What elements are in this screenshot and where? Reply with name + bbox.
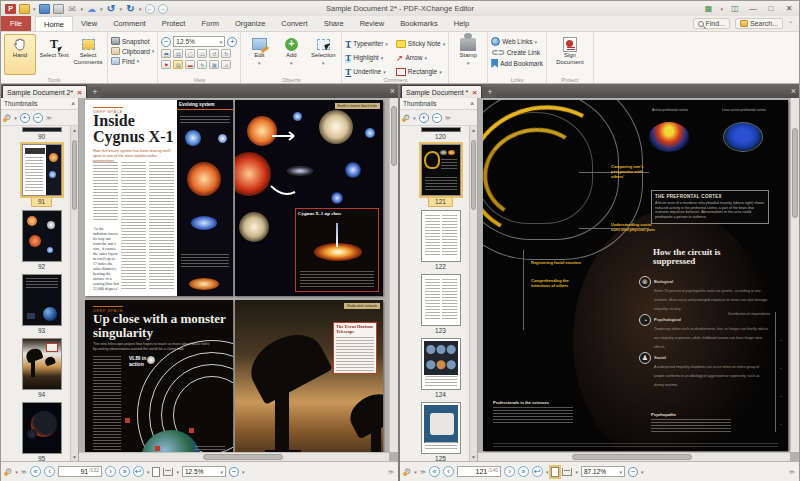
zoom-out-button[interactable]: − — [161, 37, 171, 47]
more-tools-icon[interactable]: ≫ — [445, 114, 451, 121]
undo-icon[interactable]: ↺ — [106, 4, 117, 14]
tab-bookmarks[interactable]: Bookmarks — [392, 16, 446, 31]
close-pane-icon[interactable]: × — [791, 86, 796, 96]
scroll-down-icon[interactable]: ▼ — [71, 453, 78, 461]
page-fit-icon[interactable]: ▢ — [185, 49, 195, 58]
close-pane-icon[interactable]: × — [390, 86, 395, 96]
thumbnail-page-92[interactable]: 92 — [7, 210, 76, 271]
zoom-dropdown-icon[interactable]: ▾ — [242, 469, 245, 475]
fit-width-icon[interactable] — [562, 468, 572, 476]
add-bookmark-button[interactable]: Add Bookmark — [491, 59, 543, 68]
fit-page-icon[interactable] — [551, 467, 559, 477]
right-document-view[interactable]: Active prefrontal cortex Less active pre… — [478, 98, 799, 461]
fit-dropdown-icon[interactable]: ▾ — [176, 469, 179, 475]
back-view-icon[interactable]: ← — [145, 4, 155, 14]
clipboard-button[interactable]: Clipboard▾ — [111, 47, 154, 55]
status-zoom-out-button[interactable]: − — [628, 467, 638, 477]
next-page-button[interactable]: › — [105, 466, 116, 477]
tab-organize[interactable]: Organize — [227, 16, 273, 31]
page-width-icon[interactable]: ▭ — [197, 49, 207, 58]
fit-dropdown-icon[interactable]: ▾ — [575, 469, 578, 475]
snapshot-button[interactable]: Snapshot — [111, 37, 154, 45]
forward-view-icon[interactable]: → — [158, 4, 168, 14]
thumbnail-page-121[interactable]: 121 — [406, 144, 475, 207]
search-button[interactable]: Search... — [735, 18, 783, 29]
scroll-up-icon[interactable]: ▲ — [470, 126, 477, 134]
prev-page-button[interactable]: ‹ — [443, 466, 454, 477]
zoom-dropdown-icon[interactable]: ▾ — [641, 469, 644, 475]
session-dropdown-icon[interactable]: ▾ — [720, 6, 723, 12]
left-thumbnails-scrollbar[interactable]: ▲ ▼ — [70, 126, 78, 461]
close-button[interactable]: ✕ — [783, 4, 795, 13]
status-zoom-out-button[interactable]: − — [229, 467, 239, 477]
next-page-button[interactable]: › — [504, 466, 515, 477]
arrange-windows-icon[interactable]: ◫ — [729, 4, 741, 13]
fit-width-icon[interactable] — [163, 468, 173, 476]
left-document-view[interactable]: Deep Space Inside Cygnus X-1 How this bi… — [79, 98, 398, 461]
bookmarks-panel-icon[interactable]: ⚑ — [161, 60, 171, 69]
status-options-dropdown[interactable]: ▾ — [15, 469, 18, 475]
sticky-note-button[interactable]: Sticky Note▾ — [396, 37, 445, 50]
tab-file[interactable]: File — [1, 16, 31, 31]
selection-button[interactable]: Selection▾ — [308, 34, 338, 75]
close-panel-icon[interactable]: × — [470, 100, 474, 107]
page-number-field[interactable]: 91/132 — [58, 466, 102, 477]
highlight-button[interactable]: THighlight▾ — [345, 51, 388, 64]
thumbnail-page-93[interactable]: 93 — [7, 274, 76, 335]
thumbnail-page-124[interactable]: 124 — [406, 338, 475, 399]
open-folder-icon[interactable] — [19, 4, 30, 14]
find-tool-button[interactable]: Find▾ — [111, 57, 154, 65]
expander-icon[interactable]: ≫ — [21, 468, 27, 475]
session-icon[interactable]: ▦ — [702, 4, 714, 13]
expander-right-icon[interactable]: ≫ — [388, 468, 394, 475]
tab-protect[interactable]: Protect — [154, 16, 194, 31]
thumbnails-options-icon[interactable]: ⚙ — [4, 113, 11, 122]
create-link-button[interactable]: ⊂⊃Create Link — [491, 48, 543, 57]
find-button[interactable]: Find... — [693, 18, 730, 29]
comments-panel-icon[interactable]: ▬ — [185, 60, 195, 69]
options-dropdown-icon[interactable]: ▾ — [413, 115, 416, 121]
expander-icon[interactable]: ≫ — [420, 468, 426, 475]
page-number-field[interactable]: 121/140 — [457, 466, 501, 477]
thumbnail-page-91[interactable]: 91 — [7, 144, 76, 207]
fields-panel-icon[interactable]: ▦ — [209, 60, 219, 69]
thumbnails-options-icon[interactable]: ⚙ — [403, 113, 410, 122]
thumbnail-page-125[interactable]: 125 — [406, 402, 475, 461]
previous-view-button[interactable]: ↩ — [133, 466, 144, 477]
tab-review[interactable]: Review — [352, 16, 393, 31]
cloud-icon[interactable]: ☁ — [86, 4, 97, 14]
view-history-dropdown[interactable]: ▾ — [147, 469, 150, 475]
right-thumbnails-scrollbar[interactable]: ▲ ▼ — [469, 126, 477, 461]
thumb-zoom-out-button[interactable]: − — [432, 113, 442, 123]
thumb-zoom-in-button[interactable]: + — [20, 113, 30, 123]
select-text-button[interactable]: T Select Text — [38, 34, 70, 75]
right-document-tab[interactable]: Sample Document * × — [401, 85, 482, 98]
tab-form[interactable]: Form — [193, 16, 227, 31]
open-dropdown-icon[interactable]: ▾ — [33, 6, 36, 12]
redo-icon[interactable]: ↻ — [125, 4, 136, 14]
thumbnail-page-95[interactable]: 95 — [7, 402, 76, 461]
zoom-level-field[interactable]: 87.12%▾ — [581, 466, 625, 477]
maximize-button[interactable]: □ — [765, 4, 777, 13]
close-tab-icon[interactable]: × — [77, 88, 82, 97]
status-options-icon[interactable]: ⚙ — [404, 467, 411, 476]
left-document-tab[interactable]: Sample Document 2* × — [2, 85, 87, 98]
new-tab-button[interactable]: + — [484, 87, 496, 98]
minimize-button[interactable]: — — [747, 4, 759, 13]
tab-convert[interactable]: Convert — [273, 16, 315, 31]
fit-page-icon[interactable] — [152, 467, 160, 477]
select-comments-button[interactable]: Select Comments — [72, 34, 104, 75]
thumbnail-page-120[interactable]: 120 — [406, 127, 475, 141]
expander-right-icon[interactable]: ≫ — [789, 468, 795, 475]
thumbnail-page-122[interactable]: 122 — [406, 210, 475, 271]
options-dropdown-icon[interactable]: ▾ — [14, 115, 17, 121]
rotate-cw-icon[interactable]: ↻ — [221, 49, 231, 58]
previous-view-button[interactable]: ↩ — [532, 466, 543, 477]
page-layout-icon[interactable]: ▤ — [173, 49, 183, 58]
thumbnail-page-94[interactable]: 94 — [7, 338, 76, 399]
status-options-icon[interactable]: ⚙ — [5, 467, 12, 476]
tab-home[interactable]: Home — [35, 16, 73, 31]
zoom-combobox[interactable]: 12.5%▾ — [173, 36, 225, 47]
left-horizontal-scrollbar[interactable] — [79, 452, 389, 461]
thumb-zoom-in-button[interactable]: + — [419, 113, 429, 123]
